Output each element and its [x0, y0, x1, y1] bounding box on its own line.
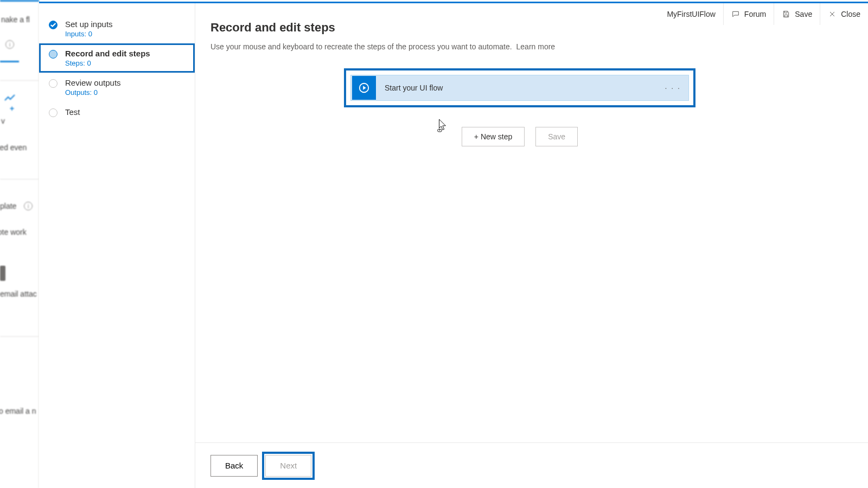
chat-icon	[731, 10, 740, 18]
step-setup-inputs[interactable]: Set up inputs Inputs: 0	[39, 14, 195, 43]
flow-title: MyFirstUIFlow	[659, 3, 723, 25]
step-sublabel: Inputs: 0	[65, 30, 113, 38]
record-icon	[352, 76, 376, 100]
close-button[interactable]: Close	[820, 3, 868, 25]
bg-email: o email a n	[0, 407, 36, 415]
step-label: Record and edit steps	[65, 49, 150, 58]
step-label: Review outputs	[65, 78, 121, 87]
step-sublabel: Steps: 0	[65, 59, 150, 67]
bg-flow-label: v	[1, 117, 5, 125]
forum-button[interactable]: Forum	[723, 3, 774, 25]
back-button[interactable]: Back	[210, 455, 258, 477]
save-icon	[782, 10, 790, 18]
bg-template: plate	[0, 202, 16, 210]
learn-more-link[interactable]: Learn more	[516, 42, 556, 51]
active-step-icon	[49, 50, 58, 59]
panel-header: MyFirstUIFlow Forum Save Close	[659, 3, 868, 25]
bg-trigger: signated even	[0, 143, 27, 152]
flow-card-title: Start your UI flow	[385, 84, 443, 92]
next-button[interactable]: Next	[265, 455, 311, 477]
bg-button-fragment	[0, 266, 5, 281]
info-icon: i	[24, 202, 33, 210]
step-label: Test	[65, 107, 80, 117]
info-icon: i	[5, 40, 14, 49]
card-menu-icon[interactable]: · · ·	[665, 84, 681, 92]
subtitle-text: Use your mouse and keyboard to recreate …	[210, 42, 512, 51]
flow-icon	[3, 91, 16, 104]
flow-start-card[interactable]: Start your UI flow · · ·	[350, 75, 689, 101]
step-test[interactable]: Test	[39, 102, 195, 123]
forum-label: Forum	[744, 10, 766, 18]
step-sublabel: Outputs: 0	[65, 88, 121, 97]
step-label: Set up inputs	[65, 20, 113, 29]
save-step-button[interactable]: Save	[535, 127, 578, 146]
step-review-outputs[interactable]: Review outputs Outputs: 0	[39, 73, 195, 102]
bg-attach: email attac	[0, 290, 37, 298]
background-page-strip: nake a fl i + v signated even plate i no…	[0, 0, 39, 488]
panel-footer: Back Next	[195, 442, 868, 488]
wizard-steps-list: Set up inputs Inputs: 0 Record and edit …	[39, 3, 195, 488]
pending-step-icon	[49, 79, 58, 88]
pending-step-icon	[49, 108, 58, 117]
step-record-edit[interactable]: Record and edit steps Steps: 0	[39, 43, 195, 73]
close-label: Close	[841, 10, 860, 18]
bg-remote: note work	[0, 228, 27, 236]
new-step-button[interactable]: + New step	[462, 127, 525, 146]
save-label: Save	[795, 10, 812, 18]
plus-icon: +	[10, 104, 14, 113]
flow-start-card-highlight: Start your UI flow · · ·	[346, 70, 693, 105]
check-icon	[49, 21, 58, 29]
close-icon	[828, 10, 837, 18]
action-row: + New step Save	[346, 127, 693, 146]
ui-flow-panel: Set up inputs Inputs: 0 Record and edit …	[39, 2, 868, 488]
page-subtitle: Use your mouse and keyboard to recreate …	[210, 42, 868, 51]
save-button[interactable]: Save	[774, 3, 820, 25]
main-content: Record and edit steps Use your mouse and…	[195, 3, 868, 488]
bg-heading: nake a fl	[1, 15, 30, 24]
